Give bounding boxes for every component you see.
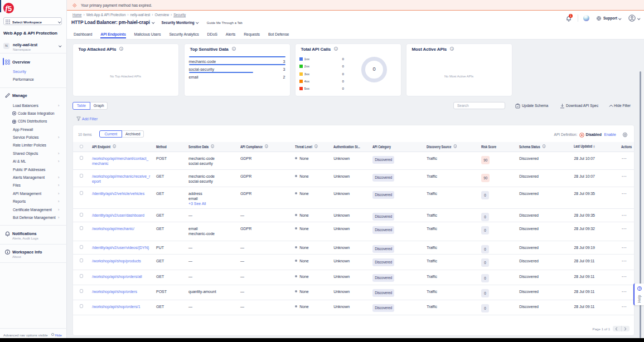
svg-text:5: 5 (8, 4, 12, 13)
